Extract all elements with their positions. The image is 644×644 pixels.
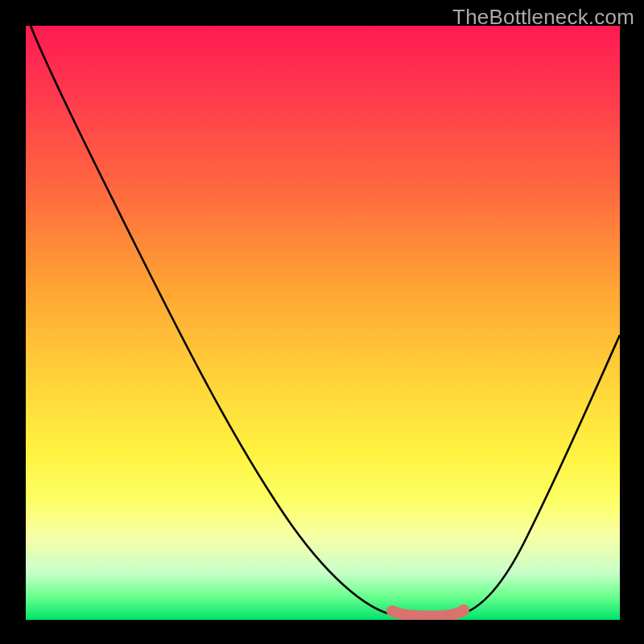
highlight-band-line	[392, 610, 464, 616]
plot-area	[26, 26, 620, 620]
chart-frame: TheBottleneck.com	[0, 0, 644, 644]
curve-svg	[26, 26, 620, 620]
highlight-end-dot	[458, 605, 469, 616]
bottleneck-curve-line	[31, 26, 620, 616]
